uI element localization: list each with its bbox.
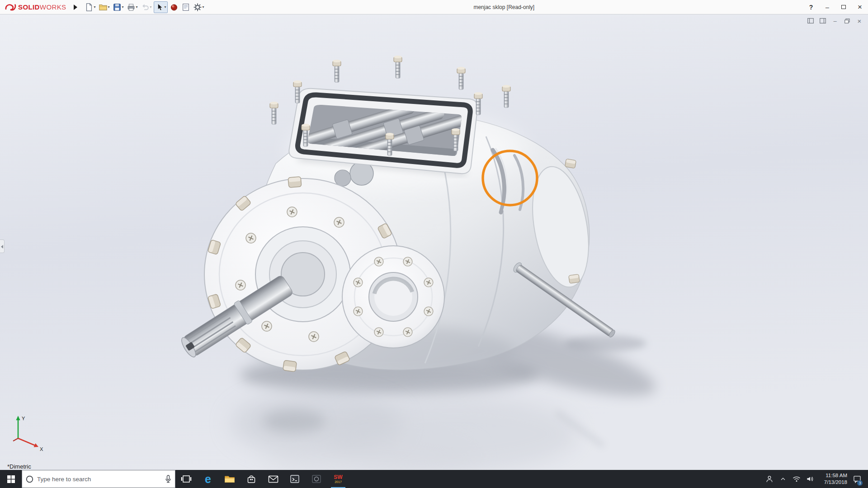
options-button[interactable]: ▾ bbox=[192, 1, 205, 13]
collapsed-pane-tab[interactable] bbox=[0, 239, 5, 253]
console-window-icon bbox=[290, 474, 300, 484]
document-window-controls: – × bbox=[807, 17, 863, 24]
x-axis-label: X bbox=[40, 446, 43, 452]
appearance-bead-icon bbox=[170, 3, 179, 12]
file-explorer-button[interactable] bbox=[219, 470, 241, 488]
taskbar-spacer bbox=[349, 470, 763, 488]
windows-logo-icon bbox=[7, 475, 15, 483]
float-pane-icon[interactable] bbox=[819, 17, 827, 24]
doc-close-button[interactable]: × bbox=[855, 17, 863, 24]
y-axis-label: Y bbox=[22, 416, 25, 421]
brand-works: WORKS bbox=[40, 3, 66, 11]
network-button[interactable] bbox=[790, 470, 803, 488]
taskbar: e bbox=[0, 470, 868, 488]
mail-button[interactable] bbox=[262, 470, 284, 488]
doc-restore-button[interactable] bbox=[843, 17, 851, 24]
undo-button[interactable]: ▾ bbox=[140, 1, 153, 13]
window-controls: ? – × bbox=[803, 0, 868, 14]
gear-icon bbox=[193, 3, 202, 12]
close-button[interactable]: × bbox=[852, 0, 868, 14]
select-cursor-icon bbox=[155, 3, 164, 12]
3d-scene[interactable] bbox=[0, 14, 868, 470]
help-button[interactable]: ? bbox=[803, 0, 819, 14]
maximize-button[interactable] bbox=[835, 0, 852, 14]
minimize-button[interactable]: – bbox=[819, 0, 835, 14]
graphics-viewport[interactable]: – × Y X *Dimetric bbox=[0, 14, 868, 470]
people-button[interactable] bbox=[763, 470, 776, 488]
edge-button[interactable]: e bbox=[197, 470, 219, 488]
people-icon bbox=[765, 474, 774, 483]
taskbar-search[interactable] bbox=[22, 470, 175, 488]
view-orientation-label: *Dimetric bbox=[7, 463, 31, 470]
chevron-up-icon bbox=[779, 475, 787, 483]
cortana-ring-icon bbox=[26, 475, 33, 483]
appearances-button[interactable] bbox=[169, 1, 179, 13]
media-app-icon bbox=[311, 474, 321, 484]
titlebar: SOLIDWORKS ▾ ▾ ▾ bbox=[0, 0, 868, 14]
store-bag-icon bbox=[246, 474, 256, 484]
tray-overflow-button[interactable] bbox=[777, 470, 789, 488]
save-button[interactable]: ▾ bbox=[112, 1, 125, 13]
search-input[interactable] bbox=[37, 476, 161, 483]
expand-pane-icon[interactable] bbox=[807, 17, 815, 24]
mail-envelope-icon bbox=[268, 475, 278, 483]
action-center-button[interactable]: 3 bbox=[851, 470, 863, 488]
y-axis-arrow bbox=[16, 416, 20, 420]
new-document-icon bbox=[85, 3, 94, 12]
bearing-flange[interactable] bbox=[342, 246, 444, 348]
system-tray: 11:58 AM 7/13/2018 3 bbox=[763, 470, 868, 488]
open-button[interactable]: ▾ bbox=[98, 1, 111, 13]
brand-text: SOLIDWORKS bbox=[18, 3, 66, 11]
store-button[interactable] bbox=[241, 470, 262, 488]
toolbar-flyout-arrow[interactable] bbox=[74, 5, 77, 10]
task-view-button[interactable] bbox=[175, 470, 197, 488]
brand-solid: SOLID bbox=[18, 3, 40, 11]
console-app-button[interactable] bbox=[284, 470, 306, 488]
speaker-icon bbox=[806, 475, 815, 483]
orientation-triad: Y X bbox=[10, 412, 52, 452]
new-document-button[interactable]: ▾ bbox=[84, 1, 97, 13]
file-explorer-icon bbox=[224, 474, 235, 483]
open-folder-icon bbox=[99, 3, 108, 12]
solidworks-taskbar-button[interactable]: SW 2017 bbox=[327, 470, 349, 488]
solidworks-icon: SW 2017 bbox=[334, 474, 342, 483]
wifi-icon bbox=[792, 475, 801, 483]
solidworks-logo: SOLIDWORKS bbox=[5, 3, 66, 12]
clock-time: 11:58 AM bbox=[820, 472, 847, 479]
document-title: menjac sklop [Read-only] bbox=[205, 4, 803, 10]
print-button[interactable]: ▾ bbox=[126, 1, 139, 13]
media-app-button[interactable] bbox=[306, 470, 327, 488]
clock-date: 7/13/2018 bbox=[820, 479, 847, 486]
start-button[interactable] bbox=[0, 470, 22, 488]
sheet-format-icon bbox=[181, 3, 190, 12]
maximize-icon bbox=[841, 5, 846, 9]
print-icon bbox=[127, 3, 136, 12]
notification-badge: 3 bbox=[857, 480, 863, 486]
doc-minimize-button[interactable]: – bbox=[831, 17, 839, 24]
task-view-icon bbox=[181, 474, 192, 484]
microphone-icon[interactable] bbox=[165, 475, 171, 483]
volume-button[interactable] bbox=[804, 470, 816, 488]
undo-icon bbox=[141, 3, 150, 12]
save-floppy-icon bbox=[113, 3, 122, 12]
ds-logo-icon bbox=[5, 3, 16, 12]
edge-icon: e bbox=[205, 474, 211, 485]
sheet-format-button[interactable] bbox=[180, 1, 191, 13]
toolbar: ▾ ▾ ▾ ▾ bbox=[84, 1, 205, 13]
select-tool-button[interactable]: ▾ bbox=[154, 1, 168, 13]
clock[interactable]: 11:58 AM 7/13/2018 bbox=[817, 472, 850, 486]
solidworks-window: SOLIDWORKS ▾ ▾ ▾ bbox=[0, 0, 868, 488]
